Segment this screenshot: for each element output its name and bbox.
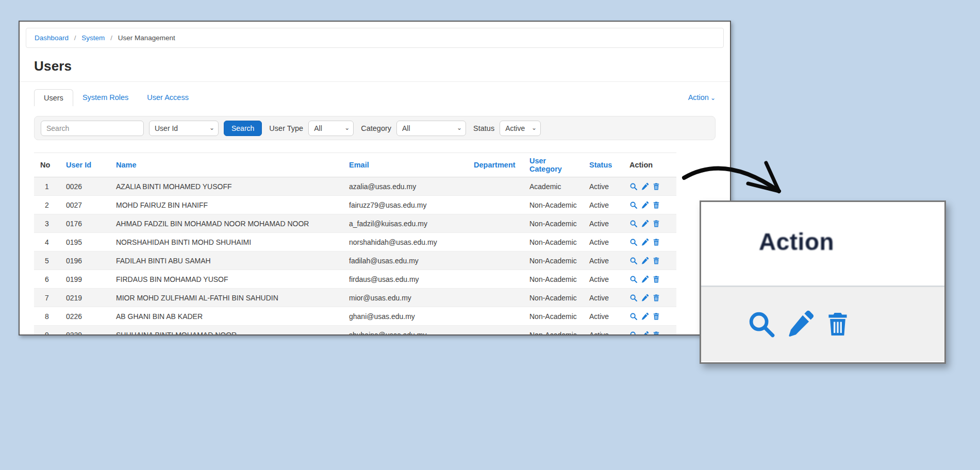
delete-trash-icon[interactable] — [652, 257, 660, 265]
cell-user-category: Non-Academic — [523, 289, 583, 307]
table-row: 1 0026 AZALIA BINTI MOHAMED YUSOFF azali… — [34, 177, 676, 196]
cell-user-id: 0176 — [60, 214, 110, 233]
delete-trash-icon[interactable] — [652, 312, 660, 321]
cell-user-category: Non-Academic — [523, 270, 583, 289]
delete-trash-icon[interactable] — [652, 182, 660, 191]
users-table: NoUser IdNameEmailDepartmentUser Categor… — [34, 153, 676, 335]
column-header-status[interactable]: Status — [583, 153, 623, 177]
chevron-down-icon: ⌄ — [710, 94, 716, 102]
view-search-icon[interactable] — [629, 275, 638, 283]
edit-pencil-icon[interactable] — [641, 182, 649, 191]
users-table-wrap: NoUser IdNameEmailDepartmentUser Categor… — [34, 153, 716, 335]
cell-department — [468, 326, 523, 336]
cell-user-id: 0199 — [60, 270, 110, 289]
column-header-no: No — [34, 153, 60, 177]
column-header-department[interactable]: Department — [468, 153, 523, 177]
table-row: 7 0219 MIOR MOHD ZULFHAMI AL-FATHI BIN S… — [34, 289, 676, 307]
tab-user-access[interactable]: User Access — [138, 89, 198, 106]
cell-user-id: 0219 — [60, 289, 110, 307]
breadcrumb-separator: / — [110, 34, 112, 42]
cell-name: FADILAH BINTI ABU SAMAH — [110, 251, 343, 270]
breadcrumb-separator: / — [74, 34, 76, 42]
cell-user-id: 0027 — [60, 196, 110, 214]
delete-trash-icon[interactable] — [652, 238, 660, 246]
view-search-icon[interactable] — [629, 201, 638, 209]
cell-department — [468, 214, 523, 233]
cell-actions — [623, 270, 676, 289]
table-row: 4 0195 NORSHAHIDAH BINTI MOHD SHUHAIMI n… — [34, 233, 676, 251]
edit-pencil-icon[interactable] — [641, 238, 649, 246]
edit-pencil-icon[interactable] — [641, 201, 649, 209]
cell-no: 1 — [34, 177, 60, 196]
view-search-icon[interactable] — [629, 182, 638, 191]
user-management-window: Dashboard / System / User Management Use… — [19, 21, 731, 335]
cell-actions — [623, 233, 676, 251]
column-header-name[interactable]: Name — [110, 153, 343, 177]
cell-actions — [623, 214, 676, 233]
cell-user-id: 0226 — [60, 307, 110, 326]
user-type-select[interactable]: All — [308, 121, 354, 136]
column-header-user-id[interactable]: User Id — [60, 153, 110, 177]
delete-trash-icon[interactable] — [652, 201, 660, 209]
delete-trash-icon[interactable] — [652, 331, 660, 336]
tab-system-roles[interactable]: System Roles — [73, 89, 138, 106]
category-select[interactable]: All — [396, 121, 466, 136]
page-title: Users — [34, 58, 716, 74]
callout-action-title: Action — [701, 202, 944, 256]
annotation-arrow — [668, 150, 807, 210]
cell-user-category: Non-Academic — [523, 307, 583, 326]
callout-header: Action — [701, 202, 944, 286]
user-type-select-wrap: All ⌄ — [308, 121, 354, 136]
cell-email: mior@usas.edu.my — [343, 289, 468, 307]
cell-user-id: 0026 — [60, 177, 110, 196]
cell-name: MOHD FAIRUZ BIN HANIFF — [110, 196, 343, 214]
category-select-wrap: All ⌄ — [396, 121, 466, 136]
cell-no: 6 — [34, 270, 60, 289]
search-button[interactable]: Search — [224, 121, 262, 136]
cell-email: ghani@usas.edu.my — [343, 307, 468, 326]
edit-pencil-icon[interactable] — [641, 294, 649, 302]
delete-trash-icon[interactable] — [652, 294, 660, 302]
edit-pencil-icon[interactable] — [641, 275, 649, 283]
action-dropdown-label: Action — [688, 93, 709, 102]
view-search-icon[interactable] — [629, 294, 638, 302]
cell-name: AHMAD FADZIL BIN MOHAMAD NOOR MOHAMAD NO… — [110, 214, 343, 233]
edit-pencil-icon[interactable] — [641, 331, 649, 336]
cell-name: SHUHAINA BINTI MOHAMAD NOOR — [110, 326, 343, 336]
action-dropdown[interactable]: Action⌄ — [688, 93, 716, 102]
cell-department — [468, 233, 523, 251]
view-search-icon[interactable] — [629, 331, 638, 336]
cell-department — [468, 289, 523, 307]
cell-name: AB GHANI BIN AB KADER — [110, 307, 343, 326]
cell-email: firdaus@usas.edu.my — [343, 270, 468, 289]
edit-pencil-icon[interactable] — [641, 257, 649, 265]
column-header-user-category[interactable]: User Category — [523, 153, 583, 177]
search-input[interactable] — [41, 121, 144, 136]
cell-department — [468, 307, 523, 326]
cell-status: Active — [583, 307, 623, 326]
tab-users[interactable]: Users — [34, 89, 73, 106]
edit-pencil-icon[interactable] — [641, 312, 649, 321]
edit-pencil-icon[interactable] — [641, 220, 649, 228]
cell-status: Active — [583, 196, 623, 214]
status-select[interactable]: Active — [500, 121, 541, 136]
cell-actions — [623, 251, 676, 270]
view-search-icon[interactable] — [629, 257, 638, 265]
breadcrumb-dashboard[interactable]: Dashboard — [35, 34, 69, 42]
cell-status: Active — [583, 289, 623, 307]
view-search-icon[interactable] — [629, 238, 638, 246]
delete-trash-icon[interactable] — [652, 220, 660, 228]
search-field-select[interactable]: User Id — [149, 121, 219, 136]
cell-user-id: 0229 — [60, 326, 110, 336]
breadcrumb-system[interactable]: System — [81, 34, 105, 42]
cell-status: Active — [583, 214, 623, 233]
column-header-email[interactable]: Email — [343, 153, 468, 177]
view-search-icon[interactable] — [629, 312, 638, 321]
cell-status: Active — [583, 326, 623, 336]
cell-name: AZALIA BINTI MOHAMED YUSOFF — [110, 177, 343, 196]
cell-user-category: Non-Academic — [523, 196, 583, 214]
users-table-body: 1 0026 AZALIA BINTI MOHAMED YUSOFF azali… — [34, 177, 676, 336]
view-search-icon[interactable] — [629, 220, 638, 228]
cell-user-category: Non-Academic — [523, 251, 583, 270]
delete-trash-icon[interactable] — [652, 275, 660, 283]
